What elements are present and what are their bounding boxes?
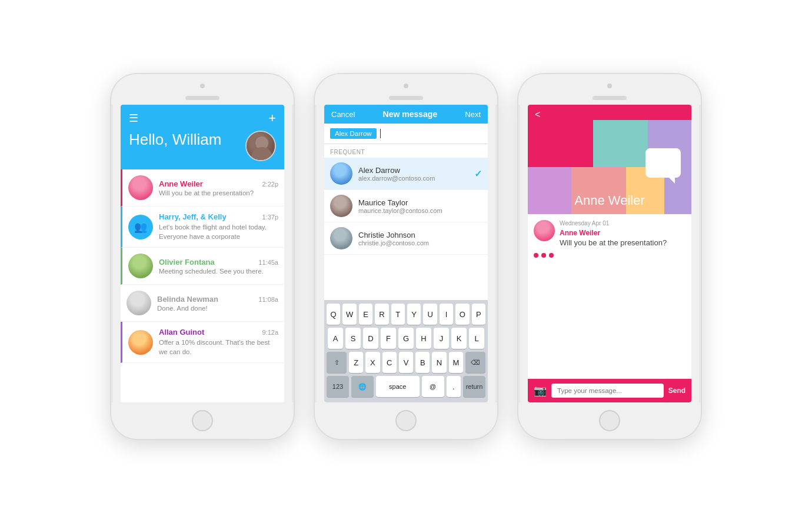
compose-icon[interactable]: + <box>268 111 276 126</box>
home-button-1[interactable] <box>192 410 213 431</box>
key-globe[interactable]: 🌐 <box>351 376 374 397</box>
key-i[interactable]: I <box>440 304 453 325</box>
to-row: Alex Darrow <box>324 124 488 144</box>
msg-time-belinda: 11:08a <box>258 296 278 303</box>
keyboard: Q W E R T Y U I O P A S D F G H <box>324 300 488 402</box>
phone-top-bar-3 <box>518 74 701 105</box>
message-item-olivier[interactable]: Olivier Fontana 11:45a Meeting scheduled… <box>121 248 284 285</box>
phone-1-bottom <box>111 402 294 439</box>
key-e[interactable]: E <box>359 304 372 325</box>
key-o[interactable]: O <box>455 304 469 325</box>
message-date: Wednesday Apr 01 <box>560 220 667 226</box>
message-text: Will you be at the presentation? <box>560 238 667 247</box>
cancel-button[interactable]: Cancel <box>331 110 355 119</box>
key-r[interactable]: R <box>375 304 388 325</box>
home-button-2[interactable] <box>395 410 417 431</box>
contact-name-maurice: Maurice Taylor <box>358 198 482 207</box>
avatar-sender <box>534 220 555 241</box>
key-c[interactable]: C <box>382 352 397 373</box>
key-a[interactable]: A <box>328 328 343 349</box>
key-v[interactable]: V <box>399 352 413 373</box>
home-button-3[interactable] <box>599 410 620 431</box>
phone-2: Cancel New message Next Alex Darrow FREQ… <box>315 74 497 439</box>
key-l[interactable]: L <box>469 328 484 349</box>
keyboard-row-4: 123 🌐 space @ . return <box>327 376 485 397</box>
phone-3-bottom <box>518 402 701 439</box>
key-t[interactable]: T <box>391 304 405 325</box>
key-b[interactable]: B <box>415 352 430 373</box>
msg-time-group: 1:37p <box>262 214 278 221</box>
p1-header: ☰ + Hello, William <box>121 105 284 169</box>
menu-icon[interactable]: ☰ <box>129 112 138 125</box>
keyboard-row-3: ⇧ Z X C V B N M ⌫ <box>327 352 485 373</box>
key-m[interactable]: M <box>449 352 463 373</box>
key-space[interactable]: space <box>376 376 420 397</box>
avatar-group: 👥 <box>128 215 153 239</box>
contact-name-group: Harry, Jeff, & Kelly <box>159 212 227 221</box>
key-d[interactable]: D <box>363 328 378 349</box>
keyboard-row-1: Q W E R T Y U I O P <box>327 304 485 325</box>
contact-item-christie[interactable]: Christie Johnson christie.jo@contoso.com <box>324 222 488 255</box>
avatar-allan <box>128 330 153 355</box>
shift-key[interactable]: ⇧ <box>327 352 347 373</box>
msg-preview-olivier: Meeting scheduled. See you there. <box>159 268 278 275</box>
speaker-2 <box>389 96 423 100</box>
msg-preview-group: Let's book the flight and hotel today. E… <box>159 222 278 241</box>
key-z[interactable]: Z <box>349 352 363 373</box>
contact-name-allan: Allan Guinot <box>159 328 204 337</box>
phone-1-screen: ☰ + Hello, William <box>121 105 284 402</box>
key-u[interactable]: U <box>423 304 437 325</box>
front-camera-2 <box>404 84 408 88</box>
typing-dot-1 <box>534 253 538 258</box>
key-x[interactable]: X <box>365 352 380 373</box>
message-sender-name: Anne Weiler <box>560 229 667 237</box>
key-g[interactable]: G <box>398 328 414 349</box>
key-q[interactable]: Q <box>327 304 340 325</box>
key-n[interactable]: N <box>432 352 446 373</box>
recipient-chip[interactable]: Alex Darrow <box>330 128 377 139</box>
typing-dot-3 <box>549 253 554 258</box>
message-item-group[interactable]: 👥 Harry, Jeff, & Kelly 1:37p Let's book … <box>121 206 284 248</box>
contact-name-anne: Anne Weiler <box>159 179 203 188</box>
key-k[interactable]: K <box>451 328 467 349</box>
key-123[interactable]: 123 <box>327 376 349 397</box>
msg-preview-anne: Will you be at the presentation? <box>159 189 278 196</box>
key-j[interactable]: J <box>434 328 449 349</box>
hero-block-1 <box>528 120 593 167</box>
key-period[interactable]: . <box>447 376 461 397</box>
msg-preview-belinda: Done. And done! <box>157 305 278 312</box>
key-y[interactable]: Y <box>407 304 421 325</box>
hero-block-2 <box>593 120 648 167</box>
hero-block-4 <box>528 167 571 214</box>
contact-item-alex[interactable]: Alex Darrow alex.darrow@contoso.com ✓ <box>324 158 488 190</box>
key-p[interactable]: P <box>472 304 485 325</box>
key-at[interactable]: @ <box>422 376 444 397</box>
message-input[interactable] <box>551 384 664 398</box>
key-f[interactable]: F <box>381 328 396 349</box>
phone-3-screen: < Anne Weiler <box>528 105 691 402</box>
key-h[interactable]: H <box>416 328 431 349</box>
key-w[interactable]: W <box>342 304 356 325</box>
contact-email-maurice: maurice.taylor@contoso.com <box>358 207 482 214</box>
contact-item-maurice[interactable]: Maurice Taylor maurice.taylor@contoso.co… <box>324 190 488 222</box>
new-message-title: New message <box>383 109 438 119</box>
message-item-belinda[interactable]: Belinda Newman 11:08a Done. And done! <box>121 285 284 322</box>
keyboard-row-2: A S D F G H J K L <box>327 328 485 349</box>
camera-icon[interactable]: 📷 <box>534 384 547 397</box>
phone-top-bar <box>111 74 294 105</box>
backspace-key[interactable]: ⌫ <box>465 352 485 373</box>
message-item-allan[interactable]: Allan Guinot 9:12a Offer a 10% discount.… <box>121 322 284 363</box>
avatar-anne <box>128 175 153 200</box>
p3-hero: Anne Weiler <box>528 120 691 214</box>
key-s[interactable]: S <box>345 328 361 349</box>
chat-bubble-icon <box>645 148 681 178</box>
back-button[interactable]: < <box>535 109 684 120</box>
send-button[interactable]: Send <box>668 387 685 395</box>
greeting-text: Hello, William <box>129 131 221 149</box>
text-cursor <box>380 129 381 138</box>
key-return[interactable]: return <box>463 376 485 397</box>
speaker <box>185 96 219 100</box>
message-item-anne[interactable]: Anne Weiler 2:22p Will you be at the pre… <box>121 169 284 206</box>
spacer <box>324 255 488 300</box>
next-button[interactable]: Next <box>465 110 481 119</box>
